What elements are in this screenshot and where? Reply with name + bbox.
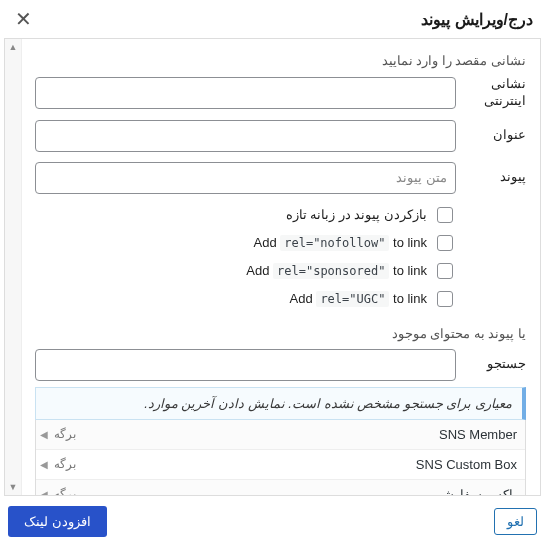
search-label: جستجو [464, 356, 526, 373]
rel-nofollow-checkbox[interactable] [437, 235, 453, 251]
url-row: نشانی اینترنتی [35, 76, 526, 110]
rel-nofollow-code: rel="nofollow" [280, 235, 389, 251]
result-type: برگه [54, 457, 76, 471]
add-link-button[interactable]: افزودن لینک [8, 506, 107, 537]
list-item[interactable]: SNS Member برگه ◀ [36, 420, 525, 450]
scroll-up-icon[interactable]: ▲ [5, 39, 21, 55]
dialog-scroll-area: نشانی مقصد را وارد نمایید نشانی اینترنتی… [5, 39, 540, 495]
scroll-down-icon[interactable]: ▼ [5, 479, 21, 495]
destination-hint: نشانی مقصد را وارد نمایید [35, 53, 526, 68]
chevron-left-icon: ◀ [40, 459, 48, 470]
list-item[interactable]: باکس سفارشی برگه ◀ [36, 480, 525, 495]
rel-nofollow-label: Add rel="nofollow" to link [253, 235, 427, 250]
result-title: SNS Custom Box [416, 457, 517, 472]
result-title: SNS Member [439, 427, 517, 442]
dialog-header: درج/ویرایش پیوند ✕ [0, 0, 545, 36]
close-icon[interactable]: ✕ [12, 8, 34, 30]
linktext-label: پیوند [464, 169, 526, 186]
title-input[interactable] [35, 120, 456, 152]
result-type: برگه [54, 427, 76, 441]
dialog-footer: لغو افزودن لینک [0, 496, 545, 547]
dialog-title: درج/ویرایش پیوند [421, 10, 533, 29]
rel-ugc-code: rel="UGC" [316, 291, 389, 307]
rel-ugc-label: Add rel="UGC" to link [290, 291, 427, 306]
url-input[interactable] [35, 77, 456, 109]
rel-sponsored-label: Add rel="sponsored" to link [246, 263, 427, 278]
rel-sponsored-checkbox[interactable] [437, 263, 453, 279]
rel-ugc-checkbox[interactable] [437, 291, 453, 307]
result-type: برگه [54, 487, 76, 495]
rel-sponsored-row: Add rel="sponsored" to link [35, 260, 456, 282]
result-title: باکس سفارشی [432, 487, 517, 495]
search-notice: معیاری برای جستجو مشخص نشده است. نمایش د… [35, 387, 526, 420]
chevron-left-icon: ◀ [40, 489, 48, 495]
cancel-button[interactable]: لغو [494, 508, 537, 535]
linktext-input[interactable] [35, 162, 456, 194]
open-new-tab-checkbox[interactable] [437, 207, 453, 223]
open-new-tab-row: بازکردن پیوند در زبانه تازه [35, 204, 456, 226]
title-label: عنوان [464, 127, 526, 144]
rel-sponsored-code: rel="sponsored" [273, 263, 389, 279]
search-input[interactable] [35, 349, 456, 381]
existing-content-label: یا پیوند به محتوای موجود [35, 326, 526, 341]
rel-nofollow-row: Add rel="nofollow" to link [35, 232, 456, 254]
open-new-tab-label: بازکردن پیوند در زبانه تازه [286, 207, 427, 222]
url-label: نشانی اینترنتی [464, 76, 526, 110]
linktext-row: پیوند [35, 162, 526, 194]
list-item[interactable]: SNS Custom Box برگه ◀ [36, 450, 525, 480]
rel-ugc-row: Add rel="UGC" to link [35, 288, 456, 310]
chevron-left-icon: ◀ [40, 429, 48, 440]
dialog-body: ▲ ▼ نشانی مقصد را وارد نمایید نشانی اینت… [4, 38, 541, 496]
search-row: جستجو [35, 349, 526, 381]
search-results-list: SNS Member برگه ◀ SNS Custom Box برگه ◀ … [35, 420, 526, 495]
title-row: عنوان [35, 120, 526, 152]
